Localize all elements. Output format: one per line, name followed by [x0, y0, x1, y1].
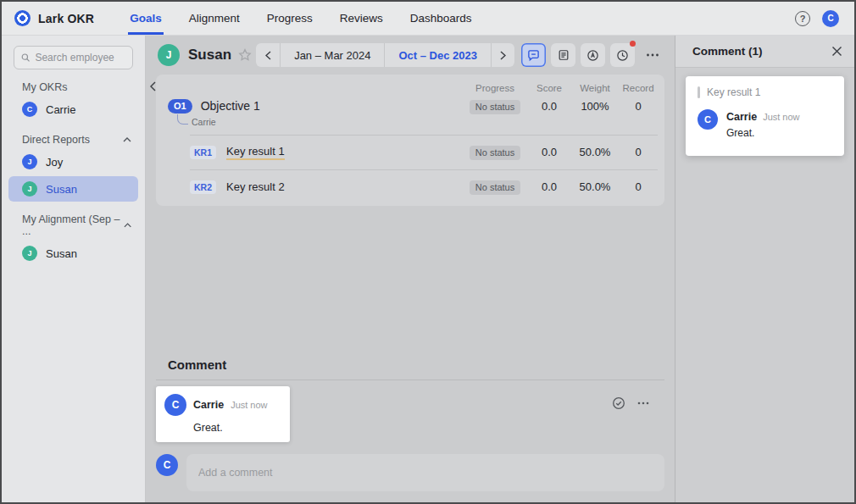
objective-title[interactable]: Objective 1	[201, 99, 260, 113]
chevron-up-icon	[123, 137, 131, 142]
tab-goals[interactable]: Goals	[128, 2, 164, 35]
avatar-carrie: C	[22, 102, 37, 117]
okr-table-card: Progress Score Weight Record O1 Objectiv…	[156, 75, 664, 206]
comment-heading: Comment	[168, 357, 664, 372]
sidebar-item-joy[interactable]: J Joy	[8, 149, 138, 174]
key-result-title[interactable]: Key result 2	[226, 180, 285, 193]
comment-author: Carrie	[193, 399, 224, 411]
chevron-up-icon	[124, 223, 131, 228]
history-button[interactable]	[610, 43, 635, 67]
auto-update-button[interactable]	[581, 43, 605, 67]
column-progress: Progress	[463, 83, 527, 93]
primary-nav-tabs: Goals Alignment Progress Reviews Dashboa…	[116, 2, 485, 35]
composer-avatar: C	[156, 454, 178, 476]
report-button[interactable]	[551, 43, 575, 67]
comment-avatar: C	[164, 394, 186, 416]
sidebar-item-susan-alignment[interactable]: J Susan	[8, 241, 138, 266]
period-oct-dec-2023[interactable]: Oct – Dec 2023	[384, 43, 491, 67]
auto-circle-icon	[586, 49, 599, 62]
key-result-record: 0	[619, 180, 658, 193]
comment-panel-title: Comment (1)	[692, 45, 763, 58]
tab-progress[interactable]: Progress	[265, 2, 314, 35]
chevron-left-icon	[265, 51, 271, 60]
period-jan-mar-2024[interactable]: Jan – Mar 2024	[280, 43, 384, 67]
brand: Lark OKR	[2, 2, 94, 35]
quote-bar	[698, 86, 700, 98]
tab-dashboards[interactable]: Dashboards	[409, 2, 474, 35]
sidebar-item-carrie[interactable]: C Carrie	[8, 97, 138, 122]
comment-anchor: Key result 1	[698, 86, 834, 98]
comments-toggle-button[interactable]	[521, 43, 546, 67]
top-navigation-bar: Lark OKR Goals Alignment Progress Review…	[2, 2, 854, 36]
document-icon	[558, 49, 570, 61]
tab-reviews[interactable]: Reviews	[338, 2, 385, 35]
sidebar-item-susan[interactable]: J Susan	[8, 176, 138, 202]
comment-panel: Comment (1) Key result 1 C Carrie	[675, 36, 854, 502]
chevron-right-icon	[500, 51, 506, 60]
sidebar-item-label: Carrie	[46, 103, 75, 116]
objective-score: 0.0	[527, 100, 571, 113]
panel-comment-card[interactable]: Key result 1 C Carrie Just now Great.	[686, 76, 844, 156]
star-icon[interactable]	[238, 48, 252, 62]
comment-icon	[527, 49, 540, 62]
comment-author: Carrie	[726, 111, 757, 123]
close-icon[interactable]	[831, 46, 842, 57]
search-employee-input[interactable]	[35, 52, 125, 64]
more-options-button[interactable]	[640, 43, 664, 67]
user-avatar[interactable]: C	[822, 10, 839, 27]
objective-record: 0	[619, 100, 658, 113]
key-result-weight: 50.0%	[571, 180, 619, 193]
notification-dot	[630, 41, 636, 47]
section-my-alignment[interactable]: My Alignment (Sep – ...	[22, 213, 131, 237]
key-result-record: 0	[619, 146, 658, 158]
table-column-headers: Progress Score Weight Record	[168, 83, 658, 98]
key-result-tag: KR1	[190, 146, 216, 159]
comment-text: Great.	[193, 422, 268, 434]
objective-tag: O1	[168, 99, 192, 114]
lark-okr-window: Lark OKR Goals Alignment Progress Review…	[0, 0, 856, 504]
avatar-joy: J	[22, 154, 37, 169]
comment-text: Great.	[726, 127, 800, 139]
help-icon[interactable]: ?	[795, 11, 810, 26]
status-badge[interactable]: No status	[470, 146, 520, 160]
key-result-tag: KR2	[190, 180, 216, 194]
comment-section: Comment C Carrie Just now Great.	[146, 357, 675, 502]
employee-sidebar: My OKRs C Carrie Direct Reports J Joy J …	[2, 36, 146, 502]
status-badge[interactable]: No status	[470, 180, 520, 195]
comment-more-icon[interactable]	[637, 402, 649, 405]
chevron-left-icon	[150, 81, 156, 91]
anchor-title: Key result 1	[707, 86, 760, 98]
column-score: Score	[527, 83, 571, 93]
page-title: Susan	[188, 47, 231, 64]
brand-name: Lark OKR	[38, 12, 94, 25]
key-result-row[interactable]: KR1 Key result 1 No status 0.0 50.0% 0	[168, 136, 658, 169]
comment-composer: C	[156, 454, 664, 491]
sidebar-item-label: Joy	[46, 156, 63, 169]
content-header: J Susan Jan – Mar 2024 Oct – Dec 2023	[146, 36, 675, 75]
connector-line	[177, 114, 188, 125]
tab-alignment[interactable]: Alignment	[187, 2, 242, 35]
key-result-title[interactable]: Key result 1	[226, 145, 285, 160]
next-period-button[interactable]	[491, 43, 514, 67]
previous-period-button[interactable]	[256, 43, 280, 67]
column-weight: Weight	[571, 83, 619, 93]
add-comment-input[interactable]	[186, 454, 664, 491]
avatar-susan: J	[22, 181, 37, 197]
history-clock-icon	[616, 49, 629, 62]
avatar-susan: J	[22, 246, 37, 261]
resolve-check-icon[interactable]	[612, 396, 625, 410]
status-badge[interactable]: No status	[470, 100, 520, 114]
search-employee-box[interactable]	[14, 46, 133, 69]
search-icon	[21, 53, 30, 63]
sidebar-item-label: Susan	[46, 247, 77, 260]
comment-avatar: C	[698, 109, 718, 130]
owner-name: Carrie	[192, 117, 216, 127]
lark-okr-logo-icon	[14, 10, 31, 26]
okr-content-area: J Susan Jan – Mar 2024 Oct – Dec 2023	[146, 36, 675, 502]
column-record: Record	[619, 83, 658, 93]
key-result-row[interactable]: KR2 Key result 2 No status 0.0 50.0% 0	[168, 170, 658, 204]
sidebar-collapse-handle[interactable]	[147, 78, 158, 95]
section-direct-reports[interactable]: Direct Reports	[22, 134, 131, 146]
objective-row[interactable]: O1 Objective 1 No status 0.0 100% 0	[168, 98, 658, 114]
comment-timestamp: Just now	[231, 400, 267, 410]
